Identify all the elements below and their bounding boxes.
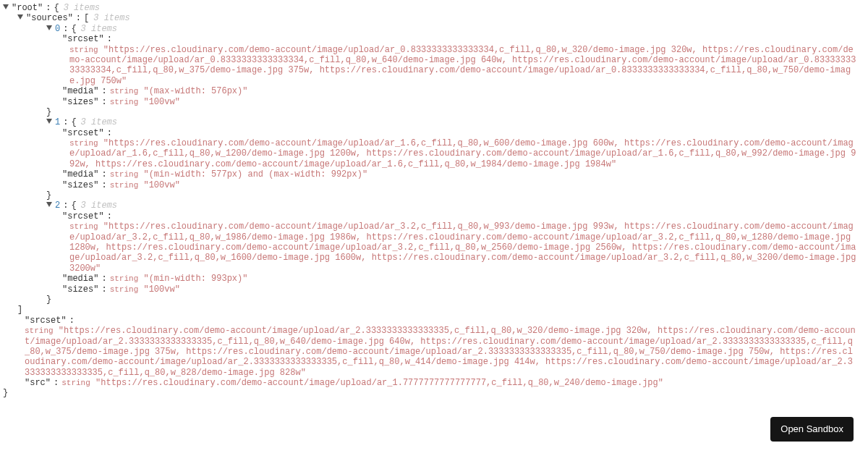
root-open: "root":{3 items — [3, 3, 868, 13]
toggle-icon[interactable] — [46, 119, 52, 124]
srcset-key: "srcset": — [3, 128, 868, 138]
root-src-row: "src":string "https://res.cloudinary.com… — [3, 378, 868, 388]
media-row: "media":string "(min-width: 577px) and (… — [3, 169, 868, 180]
srcset-value: string "https://res.cloudinary.com/demo-… — [3, 221, 868, 274]
array-item-2: 2:{3 items — [3, 200, 868, 211]
sources-open: "sources":[3 items — [3, 13, 868, 23]
toggle-icon[interactable] — [3, 4, 9, 9]
sizes-row: "sizes":string "100vw" — [3, 284, 868, 295]
root-srcset-value: string "https://res.cloudinary.com/demo-… — [3, 326, 868, 378]
root-srcset-key: "srcset": — [3, 316, 868, 326]
sizes-row: "sizes":string "100vw" — [3, 97, 868, 107]
toggle-icon[interactable] — [17, 14, 23, 20]
sizes-row: "sizes":string "100vw" — [3, 180, 868, 190]
srcset-value: string "https://res.cloudinary.com/demo-… — [3, 45, 868, 87]
close-brace: } — [3, 295, 868, 305]
media-row: "media":string "(max-width: 576px)" — [3, 86, 868, 96]
toggle-icon[interactable] — [46, 25, 52, 30]
close-brace: } — [3, 190, 868, 200]
media-row: "media":string "(min-width: 993px)" — [3, 274, 868, 284]
toggle-icon[interactable] — [46, 202, 52, 207]
array-item-1: 1:{3 items — [3, 117, 868, 127]
close-bracket: ] — [3, 305, 868, 315]
srcset-key: "srcset": — [3, 34, 868, 44]
json-tree: "root":{3 items "sources":[3 items 0:{3 … — [3, 3, 868, 399]
srcset-value: string "https://res.cloudinary.com/demo-… — [3, 138, 868, 169]
close-brace: } — [3, 107, 868, 117]
array-item-0: 0:{3 items — [3, 24, 868, 34]
srcset-key: "srcset": — [3, 211, 868, 221]
close-brace: } — [3, 388, 868, 398]
